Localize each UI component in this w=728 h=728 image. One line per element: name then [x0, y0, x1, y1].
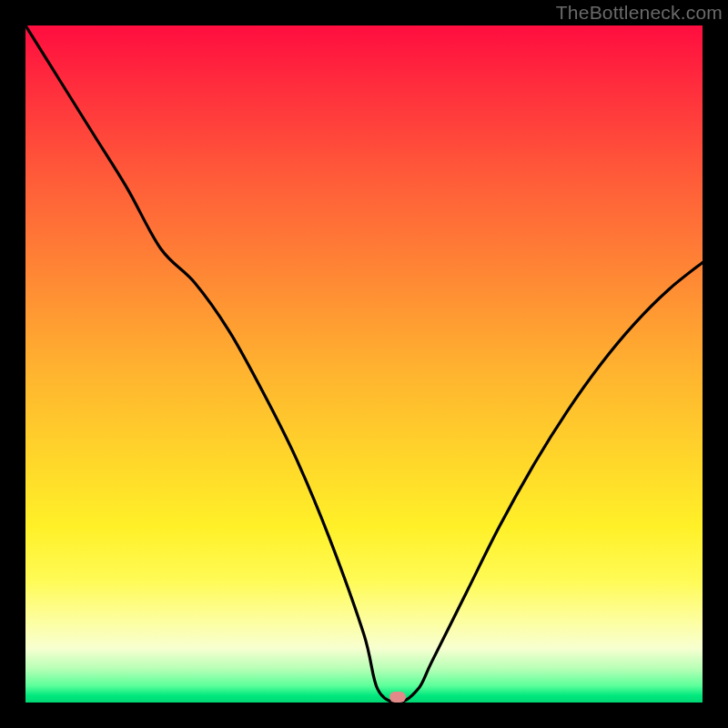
plot-area — [25, 25, 703, 703]
chart-frame: TheBottleneck.com — [0, 0, 728, 728]
optimal-point-marker — [389, 692, 406, 703]
curve-path — [25, 25, 703, 703]
bottleneck-curve — [25, 25, 703, 703]
watermark-text: TheBottleneck.com — [556, 2, 723, 24]
